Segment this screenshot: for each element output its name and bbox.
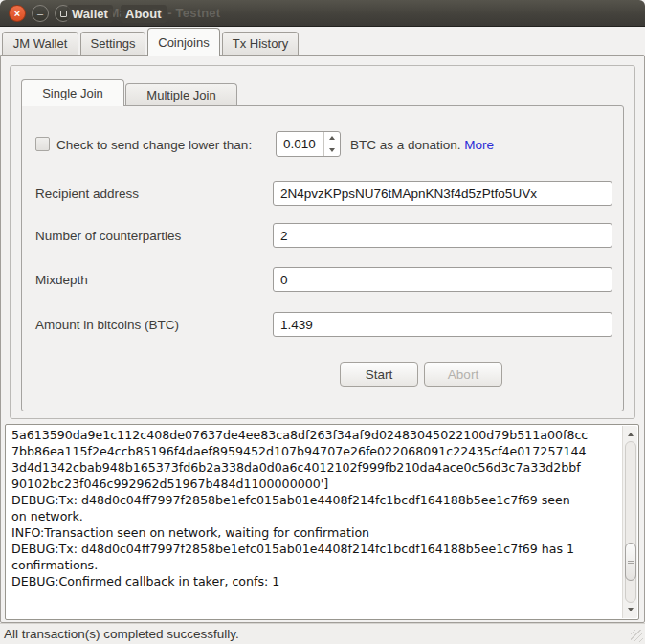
mixdepth-input[interactable] <box>273 267 612 292</box>
scrollbar-thumb[interactable] <box>625 543 636 581</box>
scroll-down-icon[interactable] <box>624 603 637 616</box>
resize-grip-icon[interactable] <box>631 630 643 642</box>
spinner-down-button[interactable] <box>324 144 340 156</box>
minimize-icon[interactable]: – <box>32 5 49 22</box>
recipient-address-input[interactable] <box>273 181 612 206</box>
amount-btc-input[interactable] <box>273 312 612 337</box>
log-scrollbar[interactable] <box>622 426 637 618</box>
close-icon[interactable]: × <box>9 5 26 22</box>
start-button[interactable]: Start <box>340 362 418 387</box>
counterparties-label: Number of counterparties <box>35 229 181 243</box>
tab-tx-history[interactable]: Tx History <box>222 32 299 55</box>
menu-about[interactable]: About <box>121 5 167 23</box>
donation-suffix: BTC as a donation. More <box>350 138 494 152</box>
abort-button[interactable]: Abort <box>424 362 502 387</box>
donation-label: Check to send change lower than: <box>56 138 252 152</box>
recipient-address-label: Recipient address <box>35 187 139 201</box>
titlebar: × – JoinMarketQt - Testnet Wallet About <box>0 0 645 27</box>
amount-btc-label: Amount in bitcoins (BTC) <box>35 318 179 332</box>
spinner-up-button[interactable] <box>324 132 340 144</box>
grip-icon <box>628 561 634 564</box>
status-message: All transaction(s) completed successfull… <box>4 627 239 641</box>
tab-jm-wallet[interactable]: JM Wallet <box>2 32 78 55</box>
tab-settings[interactable]: Settings <box>80 32 145 55</box>
tab-coinjoins[interactable]: Coinjoins <box>147 28 220 56</box>
chevron-up-icon <box>329 136 335 140</box>
donation-amount-stepper <box>276 131 341 157</box>
debug-log-text: 5a613590da9e1c112c408de07637de4ee83ca8df… <box>11 427 617 617</box>
scroll-up-icon[interactable] <box>624 428 637 441</box>
more-link[interactable]: More <box>464 138 494 152</box>
statusbar: All transaction(s) completed successfull… <box>0 623 645 644</box>
debug-log[interactable]: 5a613590da9e1c112c408de07637de4ee83ca8df… <box>5 424 639 620</box>
tab-multiple-join[interactable]: Multiple Join <box>125 83 237 106</box>
mixdepth-label: Mixdepth <box>35 273 88 287</box>
menu-wallet[interactable]: Wallet <box>67 5 113 23</box>
donation-amount-input[interactable] <box>277 132 323 156</box>
tab-single-join[interactable]: Single Join <box>21 79 124 106</box>
donation-checkbox[interactable] <box>35 137 50 151</box>
chevron-down-icon <box>329 148 335 152</box>
counterparties-input[interactable] <box>273 223 612 248</box>
